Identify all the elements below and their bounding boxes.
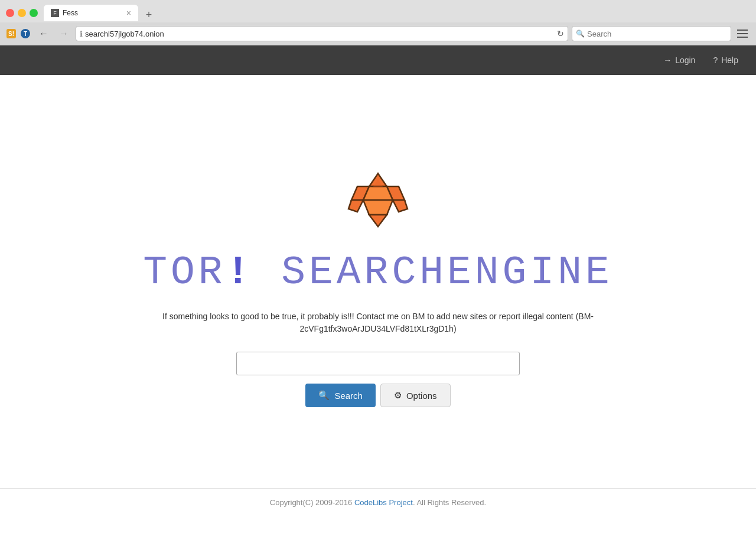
hamburger-line-2 — [737, 33, 748, 34]
login-link[interactable]: → Login — [663, 55, 695, 65]
title-bar: F Fess × + — [0, 0, 756, 22]
svg-marker-9 — [363, 186, 393, 200]
site-title: Tor! SearchEngine — [143, 253, 613, 293]
browser-search-input[interactable] — [587, 30, 727, 38]
svg-marker-10 — [348, 200, 363, 212]
reload-button[interactable]: ↻ — [557, 29, 564, 38]
svg-marker-13 — [369, 215, 387, 227]
nav-icons-left: S! T — [5, 27, 32, 40]
hamburger-line-3 — [737, 37, 748, 38]
tab-title: Fess — [63, 9, 78, 17]
page-header: → Login ? Help — [0, 45, 756, 75]
help-label: Help — [721, 55, 738, 65]
svg-text:T: T — [24, 31, 27, 37]
subtitle-text: If something looks to good to be true, i… — [142, 310, 614, 335]
options-button-label: Options — [406, 391, 437, 401]
extension-icon-2[interactable]: T — [19, 27, 32, 40]
search-button[interactable]: 🔍 Search — [305, 384, 376, 407]
browser-chrome: F Fess × + S! T — [0, 0, 756, 45]
back-button[interactable]: ← — [35, 25, 52, 42]
maximize-button[interactable] — [30, 9, 38, 17]
security-icon: ℹ — [80, 30, 83, 38]
help-icon: ? — [713, 55, 718, 65]
footer-rights: . All Rights Reserved. — [413, 498, 486, 507]
svg-marker-12 — [363, 200, 393, 215]
forward-button[interactable]: → — [56, 25, 72, 42]
browser-search-icon: 🔍 — [576, 30, 585, 38]
page-footer: Copyright(C) 2009-2016 CodeLibs Project.… — [0, 488, 756, 516]
navigation-bar: S! T ← → ℹ ↻ 🔍 — [0, 22, 756, 45]
options-button-icon: ⚙ — [394, 390, 402, 401]
login-icon: → — [663, 55, 672, 65]
address-input[interactable] — [85, 30, 555, 38]
extension-icon-1[interactable]: S! — [5, 27, 18, 40]
tab-close-button[interactable]: × — [126, 9, 131, 17]
login-label: Login — [675, 55, 695, 65]
hamburger-line-1 — [737, 30, 748, 31]
search-form: 🔍 Search ⚙ Options — [236, 352, 520, 407]
button-row: 🔍 Search ⚙ Options — [305, 384, 450, 407]
svg-text:F: F — [53, 10, 57, 16]
address-bar[interactable]: ℹ ↻ — [76, 26, 568, 41]
active-tab[interactable]: F Fess × — [44, 5, 138, 21]
minimize-button[interactable] — [18, 9, 26, 17]
options-button[interactable]: ⚙ Options — [380, 384, 451, 407]
footer-copyright: Copyright(C) 2009-2016 — [270, 498, 354, 507]
title-exclamation: ! — [226, 250, 254, 295]
window-controls — [6, 9, 38, 17]
tab-bar: F Fess × + — [44, 5, 750, 21]
search-button-label: Search — [334, 391, 363, 401]
footer-link[interactable]: CodeLibs Project — [354, 498, 413, 507]
search-button-icon: 🔍 — [318, 390, 330, 401]
menu-button[interactable] — [735, 25, 751, 42]
tab-favicon: F — [51, 9, 59, 17]
svg-marker-11 — [393, 200, 408, 212]
title-engine: SearchEngine — [253, 250, 613, 295]
close-button[interactable] — [6, 9, 14, 17]
main-search-input[interactable] — [236, 352, 520, 375]
logo-container — [340, 168, 416, 241]
site-logo — [340, 168, 416, 238]
title-tor: Tor — [143, 250, 226, 295]
main-content: Tor! SearchEngine If something looks to … — [0, 75, 756, 488]
new-tab-button[interactable]: + — [141, 8, 157, 21]
browser-search-box[interactable]: 🔍 — [572, 26, 731, 41]
svg-text:S!: S! — [8, 31, 14, 37]
help-link[interactable]: ? Help — [713, 55, 738, 65]
